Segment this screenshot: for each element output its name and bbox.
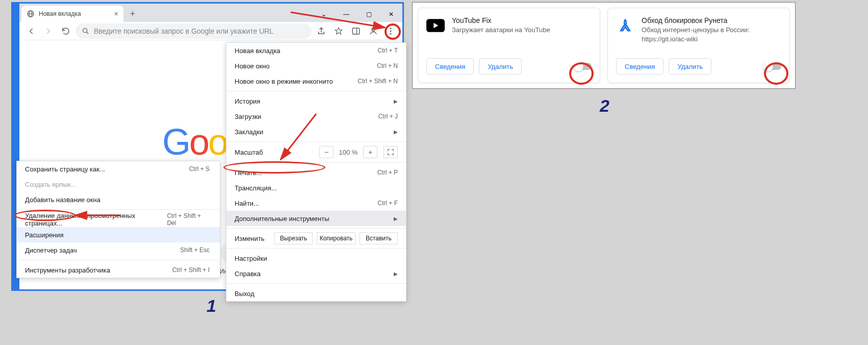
submenu-task-manager[interactable]: Диспетчер задачShift + Esc bbox=[17, 242, 220, 258]
reload-button[interactable] bbox=[58, 23, 73, 39]
menu-exit[interactable]: Выход bbox=[226, 286, 406, 301]
menu-more-tools[interactable]: Дополнительные инструменты▶ bbox=[226, 211, 406, 226]
annotation-circle-toggle-2 bbox=[764, 62, 788, 85]
paste-button[interactable]: Вставить bbox=[360, 232, 398, 244]
menu-separator bbox=[17, 260, 220, 260]
menu-edit-row: Изменить Вырезать Копировать Вставить bbox=[226, 231, 406, 246]
submenu-name-window[interactable]: Добавить название окна bbox=[17, 192, 220, 207]
chevron-right-icon: ▶ bbox=[394, 271, 398, 277]
step-number-1: 1 bbox=[207, 296, 216, 316]
annotation-arrow-1 bbox=[286, 7, 398, 38]
fullscreen-icon[interactable] bbox=[384, 146, 398, 158]
chevron-right-icon: ▶ bbox=[394, 98, 398, 104]
menu-find[interactable]: Найти...Ctrl + F bbox=[226, 195, 406, 211]
copy-button[interactable]: Копировать bbox=[317, 232, 355, 244]
address-bar[interactable]: Введите поисковый запрос в Google или ук… bbox=[75, 23, 312, 39]
menu-separator bbox=[226, 228, 406, 229]
address-placeholder: Введите поисковый запрос в Google или ук… bbox=[94, 27, 273, 35]
youtube-icon bbox=[426, 16, 445, 35]
menu-separator bbox=[226, 283, 406, 284]
close-tab-icon[interactable]: × bbox=[114, 10, 118, 18]
menu-incognito[interactable]: Новое окно в режиме инкогнитоCtrl + Shif… bbox=[226, 73, 406, 89]
zoom-in-button[interactable]: + bbox=[363, 146, 377, 158]
chevron-right-icon: ▶ bbox=[394, 216, 398, 221]
ribbon-icon bbox=[616, 16, 634, 35]
svg-line-15 bbox=[291, 12, 385, 28]
new-tab-button[interactable]: + bbox=[125, 7, 140, 21]
annotation-oval-extensions bbox=[14, 210, 75, 221]
svg-line-4 bbox=[87, 32, 88, 34]
svg-line-16 bbox=[280, 114, 316, 160]
menu-history[interactable]: История▶ bbox=[226, 93, 406, 109]
submenu-create-shortcut: Создать ярлык... bbox=[17, 177, 220, 192]
cut-button[interactable]: Вырезать bbox=[274, 232, 313, 244]
menu-help[interactable]: Справка▶ bbox=[226, 266, 406, 281]
remove-button[interactable]: Удалить bbox=[669, 58, 711, 75]
chevron-right-icon: ▶ bbox=[394, 129, 398, 135]
menu-new-tab[interactable]: Новая вкладкаCtrl + T bbox=[226, 43, 406, 58]
zoom-value: 100 % bbox=[336, 149, 361, 156]
annotation-arrow-2 bbox=[275, 111, 321, 167]
forward-button[interactable] bbox=[41, 23, 56, 39]
extension-description: Загружает аватарки на YouTube bbox=[452, 26, 550, 35]
new-tab-page: Google Яндекс Интернет Новый ярлык Настр… bbox=[19, 40, 402, 289]
search-icon bbox=[82, 27, 90, 35]
chrome-window: Новая вкладка × + ⌄ ― ▢ ✕ Введите поиско… bbox=[11, 2, 404, 291]
browser-tab[interactable]: Новая вкладка × bbox=[21, 6, 123, 22]
details-button[interactable]: Сведения bbox=[616, 58, 663, 75]
annotation-arrow-3 bbox=[72, 210, 123, 220]
remove-button[interactable]: Удалить bbox=[479, 58, 522, 75]
menu-new-window[interactable]: Новое окноCtrl + N bbox=[226, 58, 406, 73]
extensions-panel: YouTube Fix Загружает аватарки на YouTub… bbox=[412, 2, 796, 89]
submenu-save-page[interactable]: Сохранить страницу как...Ctrl + S bbox=[17, 161, 220, 177]
extension-name: Обход блокировок Рунета bbox=[642, 16, 781, 24]
back-button[interactable] bbox=[23, 23, 39, 39]
details-button[interactable]: Сведения bbox=[426, 58, 474, 75]
extension-card-runet-bypass: Обход блокировок Рунета Обход интернет-ц… bbox=[607, 8, 790, 83]
menu-cast[interactable]: Трансляция... bbox=[226, 180, 406, 195]
svg-point-3 bbox=[83, 28, 87, 32]
menu-separator bbox=[226, 91, 406, 91]
submenu-extensions[interactable]: Расширения bbox=[17, 227, 220, 242]
extension-name: YouTube Fix bbox=[452, 16, 550, 24]
annotation-circle-toggle-1 bbox=[569, 62, 594, 85]
menu-settings[interactable]: Настройки bbox=[226, 251, 406, 266]
step-number-2: 2 bbox=[600, 96, 609, 116]
zoom-out-button[interactable]: − bbox=[319, 146, 334, 158]
menu-separator bbox=[226, 248, 406, 249]
extension-description: Обход интернет-цензуры в России: https:/… bbox=[642, 26, 781, 43]
globe-icon bbox=[27, 10, 35, 18]
submenu-dev-tools[interactable]: Инструменты разработчикаCtrl + Shift + I bbox=[17, 262, 220, 278]
tab-title: Новая вкладка bbox=[39, 10, 110, 17]
